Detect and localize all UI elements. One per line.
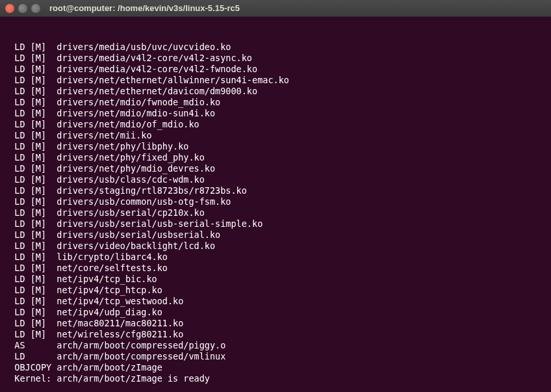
terminal-area[interactable]: LD [M] drivers/media/usb/uvc/uvcvideo.ko…	[0, 17, 551, 392]
output-line: LD [M] drivers/net/phy/libphy.ko	[4, 141, 547, 152]
output-line: LD [M] net/ipv4/tcp_htcp.ko	[4, 285, 547, 296]
output-line: LD [M] drivers/net/phy/mdio_devres.ko	[4, 163, 547, 174]
build-output: LD [M] drivers/media/usb/uvc/uvcvideo.ko…	[4, 42, 547, 384]
output-line: LD [M] drivers/video/backlight/lcd.ko	[4, 241, 547, 252]
output-line: OBJCOPY arch/arm/boot/zImage	[4, 362, 547, 373]
output-line: LD [M] drivers/net/mdio/mdio-sun4i.ko	[4, 108, 547, 119]
output-line: LD [M] net/ipv4/udp_diag.ko	[4, 307, 547, 318]
output-line: LD [M] drivers/staging/rtl8723bs/r8723bs…	[4, 185, 547, 196]
output-line: LD [M] drivers/net/mdio/of_mdio.ko	[4, 119, 547, 130]
output-line: LD [M] drivers/usb/serial/usbserial.ko	[4, 229, 547, 241]
output-line: LD [M] drivers/net/ethernet/davicom/dm90…	[4, 86, 547, 97]
minimize-icon[interactable]	[18, 4, 27, 13]
output-line: LD [M] drivers/usb/class/cdc-wdm.ko	[4, 174, 547, 185]
maximize-icon[interactable]	[31, 4, 40, 13]
output-line: LD [M] drivers/media/v4l2-core/v4l2-fwno…	[4, 64, 547, 75]
output-line: LD [M] net/wireless/cfg80211.ko	[4, 329, 547, 340]
output-line: LD [M] drivers/net/mdio/fwnode_mdio.ko	[4, 97, 547, 108]
output-line: LD [M] drivers/usb/serial/usb-serial-sim…	[4, 218, 547, 229]
output-line: LD [M] net/ipv4/tcp_westwood.ko	[4, 296, 547, 307]
output-line: LD [M] drivers/usb/common/usb-otg-fsm.ko	[4, 196, 547, 207]
close-icon[interactable]	[5, 4, 14, 13]
output-line: LD [M] drivers/net/mii.ko	[4, 130, 547, 141]
output-line: LD [M] drivers/usb/serial/cp210x.ko	[4, 207, 547, 218]
titlebar: root@computer: /home/kevin/v3s/linux-5.1…	[0, 0, 551, 17]
output-line: LD [M] lib/crypto/libarc4.ko	[4, 252, 547, 263]
output-line: AS arch/arm/boot/compressed/piggy.o	[4, 340, 547, 351]
output-line: LD [M] drivers/net/phy/fixed_phy.ko	[4, 152, 547, 163]
window-title: root@computer: /home/kevin/v3s/linux-5.1…	[49, 3, 240, 13]
output-line: LD arch/arm/boot/compressed/vmlinux	[4, 351, 547, 362]
output-line: LD [M] net/mac80211/mac80211.ko	[4, 318, 547, 329]
output-line: LD [M] drivers/net/ethernet/allwinner/su…	[4, 75, 547, 86]
output-line: LD [M] net/ipv4/tcp_bic.ko	[4, 274, 547, 285]
output-line: LD [M] drivers/media/usb/uvc/uvcvideo.ko	[4, 42, 547, 53]
output-line: LD [M] net/core/selftests.ko	[4, 263, 547, 274]
output-line: LD [M] drivers/media/v4l2-core/v4l2-asyn…	[4, 53, 547, 64]
output-line: Kernel: arch/arm/boot/zImage is ready	[4, 373, 547, 384]
